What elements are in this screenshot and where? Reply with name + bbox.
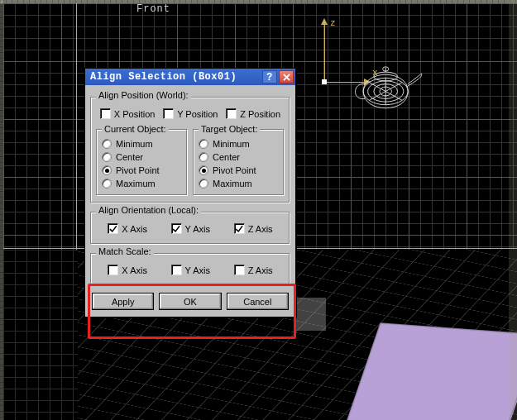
radio-dot-icon xyxy=(102,165,112,175)
radio-dot-icon xyxy=(199,165,208,175)
checkbox-box-icon xyxy=(108,265,118,275)
position-object-columns: Current Object: Minimum Center Pivot Poi… xyxy=(96,122,285,196)
orientation-axis-row: X Axis Y Axis Z Axis xyxy=(96,222,285,237)
radio-label: Maximum xyxy=(213,179,252,189)
dialog-title: Align Selection (Box01) xyxy=(90,71,261,83)
legend-align-position: Align Position (World): xyxy=(96,90,191,100)
group-align-orientation: Align Orientation (Local): X Axis Y Axis… xyxy=(90,207,290,245)
checkbox-box-icon xyxy=(234,223,245,234)
close-icon xyxy=(283,74,290,81)
group-align-position: Align Position (World): X Position Y Pos… xyxy=(90,92,290,203)
viewport-label: Front xyxy=(136,3,170,15)
close-button[interactable] xyxy=(279,70,294,84)
checkbox-label: Z Axis xyxy=(248,265,273,275)
legend-current-object: Current Object: xyxy=(102,124,169,134)
radio-current-pivot[interactable]: Pivot Point xyxy=(102,164,182,177)
checkbox-box-icon xyxy=(171,265,182,275)
radio-label: Pivot Point xyxy=(116,165,160,175)
checkbox-label: Z Axis xyxy=(248,224,273,234)
radio-dot-icon xyxy=(199,179,208,189)
checkbox-z-position[interactable]: Z Position xyxy=(226,108,280,119)
checkbox-box-icon xyxy=(171,223,182,234)
help-button[interactable]: ? xyxy=(262,70,277,84)
radio-dot-icon xyxy=(102,139,112,149)
legend-target-object: Target Object: xyxy=(199,124,260,134)
cancel-button[interactable]: Cancel xyxy=(227,293,289,310)
left-grid xyxy=(3,250,78,420)
checkbox-label: Y Axis xyxy=(185,224,210,234)
checkbox-y-position[interactable]: Y Position xyxy=(163,108,218,119)
checkbox-label: Y Axis xyxy=(185,265,210,275)
checkbox-scale-z[interactable]: Z Axis xyxy=(234,265,273,275)
align-selection-dialog: Align Selection (Box01) ? Align Position… xyxy=(84,68,296,317)
checkbox-scale-y[interactable]: Y Axis xyxy=(171,265,210,275)
checkbox-orientation-x[interactable]: X Axis xyxy=(108,223,147,234)
radio-target-pivot[interactable]: Pivot Point xyxy=(199,164,279,177)
radio-label: Minimum xyxy=(116,139,153,149)
dialog-button-row: Apply OK Cancel xyxy=(89,289,292,312)
group-match-scale: Match Scale: X Axis Y Axis Z Axis xyxy=(90,248,290,286)
checkbox-orientation-y[interactable]: Y Axis xyxy=(171,223,210,234)
dialog-body: Align Position (World): X Position Y Pos… xyxy=(85,85,295,317)
gizmo-arrow-z-icon xyxy=(321,18,328,25)
radio-target-maximum[interactable]: Maximum xyxy=(199,177,279,190)
checkbox-x-position[interactable]: X Position xyxy=(100,108,156,119)
checkbox-label: Z Position xyxy=(240,109,280,119)
checkbox-box-icon xyxy=(100,108,111,119)
checkbox-box-icon xyxy=(163,108,174,119)
radio-label: Minimum xyxy=(213,139,250,149)
checkbox-label: Y Position xyxy=(177,109,218,119)
apply-button[interactable]: Apply xyxy=(92,293,154,310)
image-edge-artifact xyxy=(509,0,517,420)
object-teapot[interactable] xyxy=(350,64,424,111)
checkbox-label: X Position xyxy=(114,109,156,119)
ok-button[interactable]: OK xyxy=(159,293,221,310)
help-icon: ? xyxy=(266,71,273,83)
checkbox-label: X Axis xyxy=(122,265,147,275)
radio-dot-icon xyxy=(102,152,112,162)
radio-current-maximum[interactable]: Maximum xyxy=(102,177,182,190)
radio-dot-icon xyxy=(199,139,208,149)
checkbox-scale-x[interactable]: X Axis xyxy=(108,265,147,275)
radio-target-minimum[interactable]: Minimum xyxy=(199,137,279,150)
gizmo-axis-z[interactable] xyxy=(324,23,325,83)
checkbox-box-icon xyxy=(234,265,245,275)
checkbox-orientation-z[interactable]: Z Axis xyxy=(234,223,273,234)
radio-label: Pivot Point xyxy=(213,165,256,175)
group-target-object: Target Object: Minimum Center Pivot Poin… xyxy=(193,124,285,196)
scale-axis-row: X Axis Y Axis Z Axis xyxy=(96,263,285,279)
gizmo-origin-icon[interactable] xyxy=(322,79,327,84)
position-axis-row: X Position Y Position Z Position xyxy=(96,107,285,122)
legend-match-scale: Match Scale: xyxy=(96,246,154,256)
radio-target-center[interactable]: Center xyxy=(199,150,279,164)
titlebar[interactable]: Align Selection (Box01) ? xyxy=(85,69,295,85)
checkbox-box-icon xyxy=(108,223,118,234)
radio-label: Center xyxy=(213,152,240,162)
legend-align-orientation: Align Orientation (Local): xyxy=(96,205,201,215)
radio-current-minimum[interactable]: Minimum xyxy=(102,137,182,150)
checkbox-box-icon xyxy=(226,108,237,119)
radio-dot-icon xyxy=(102,179,112,189)
radio-current-center[interactable]: Center xyxy=(102,150,182,164)
checkbox-label: X Axis xyxy=(122,224,147,234)
radio-label: Maximum xyxy=(116,179,156,189)
gizmo-label-z: z xyxy=(330,18,336,28)
radio-dot-icon xyxy=(199,152,208,162)
axis-y xyxy=(76,3,77,250)
radio-label: Center xyxy=(116,152,143,162)
group-current-object: Current Object: Minimum Center Pivot Poi… xyxy=(96,124,188,196)
panel-edge xyxy=(296,298,326,331)
